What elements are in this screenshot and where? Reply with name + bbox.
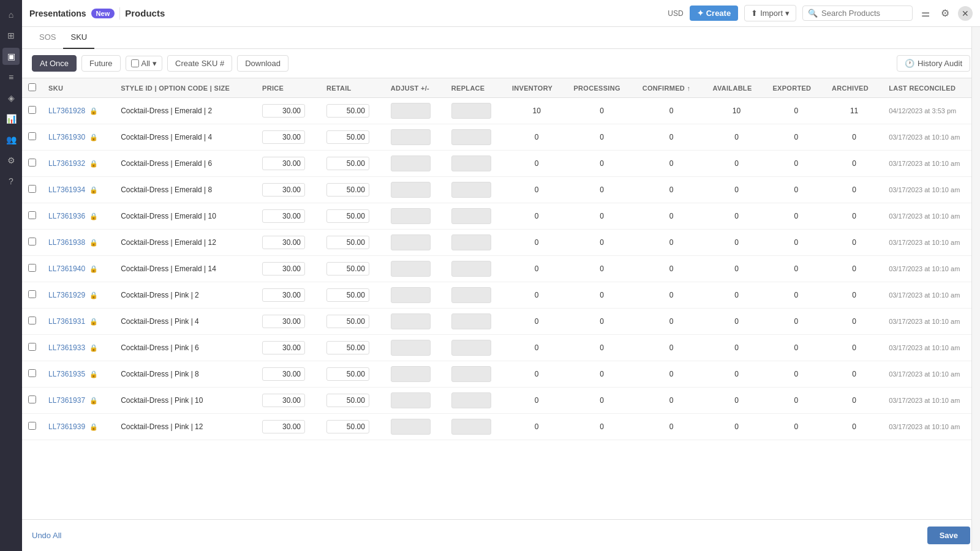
filter-icon-button[interactable]: ⚌ — [919, 5, 932, 21]
sidebar-home-icon[interactable]: ⌂ — [2, 6, 20, 23]
row-price — [256, 203, 320, 230]
retail-input[interactable] — [326, 367, 369, 381]
price-input[interactable] — [262, 420, 305, 433]
adjust-input[interactable] — [391, 156, 431, 171]
adjust-input[interactable] — [391, 182, 431, 198]
adjust-input[interactable] — [391, 287, 431, 303]
sidebar-people-icon[interactable]: 👥 — [2, 131, 20, 148]
sidebar-box-icon[interactable]: ▣ — [2, 48, 20, 65]
retail-input[interactable] — [326, 420, 369, 433]
row-checkbox[interactable] — [28, 290, 36, 298]
all-select[interactable]: All ▾ — [126, 56, 162, 71]
download-button[interactable]: Download — [237, 55, 288, 72]
retail-input[interactable] — [326, 315, 369, 328]
row-checkbox[interactable] — [28, 395, 36, 403]
price-input[interactable] — [262, 157, 305, 170]
row-style: Cocktail-Dress | Emerald | 8 — [115, 177, 256, 203]
sidebar-settings-icon[interactable]: ⚙ — [2, 152, 20, 169]
row-checkbox[interactable] — [28, 264, 36, 272]
row-checkbox[interactable] — [28, 369, 36, 377]
all-checkbox[interactable] — [131, 59, 139, 67]
retail-input[interactable] — [326, 130, 369, 144]
price-input[interactable] — [262, 315, 305, 328]
replace-input[interactable] — [451, 182, 491, 198]
retail-input[interactable] — [326, 394, 369, 407]
replace-input[interactable] — [451, 366, 491, 382]
currency-badge: USD — [668, 9, 683, 18]
save-button[interactable]: Save — [927, 527, 970, 544]
tab-sos[interactable]: SOS — [32, 27, 63, 49]
new-badge[interactable]: New — [91, 9, 115, 18]
replace-input[interactable] — [451, 340, 491, 356]
retail-input[interactable] — [326, 262, 369, 276]
price-input[interactable] — [262, 367, 305, 381]
price-input[interactable] — [262, 104, 305, 118]
search-input[interactable] — [821, 9, 907, 18]
replace-input[interactable] — [451, 261, 491, 277]
sidebar-help-icon[interactable]: ? — [2, 173, 20, 190]
row-checkbox[interactable] — [28, 159, 36, 167]
adjust-input[interactable] — [391, 103, 431, 119]
price-input[interactable] — [262, 394, 305, 407]
row-checkbox[interactable] — [28, 343, 36, 351]
retail-input[interactable] — [326, 183, 369, 197]
price-input[interactable] — [262, 209, 305, 223]
retail-input[interactable] — [326, 341, 369, 354]
adjust-input[interactable] — [391, 261, 431, 277]
history-audit-button[interactable]: 🕐 History Audit — [897, 55, 970, 72]
row-checkbox[interactable] — [28, 238, 36, 246]
price-input[interactable] — [262, 288, 305, 302]
adjust-input[interactable] — [391, 129, 431, 145]
row-checkbox[interactable] — [28, 211, 36, 219]
row-checkbox[interactable] — [28, 132, 36, 140]
row-checkbox[interactable] — [28, 317, 36, 324]
retail-input[interactable] — [326, 157, 369, 170]
sidebar-list-icon[interactable]: ≡ — [2, 69, 20, 86]
replace-input[interactable] — [451, 392, 491, 408]
replace-input[interactable] — [451, 234, 491, 250]
retail-input[interactable] — [326, 209, 369, 223]
create-button[interactable]: ✦ Create — [690, 6, 738, 21]
adjust-input[interactable] — [391, 392, 431, 408]
retail-input[interactable] — [326, 288, 369, 302]
replace-input[interactable] — [451, 208, 491, 224]
replace-input[interactable] — [451, 313, 491, 329]
retail-input[interactable] — [326, 236, 369, 249]
undo-all-button[interactable]: Undo All — [32, 531, 61, 540]
future-button[interactable]: Future — [81, 55, 121, 72]
sidebar-chart-icon[interactable]: 📊 — [2, 110, 20, 127]
create-sku-button[interactable]: Create SKU # — [167, 55, 232, 72]
sidebar-grid-icon[interactable]: ⊞ — [2, 27, 20, 44]
lock-icon: 🔒 — [89, 423, 98, 430]
adjust-input[interactable] — [391, 208, 431, 224]
adjust-input[interactable] — [391, 234, 431, 250]
row-confirmed: 0 — [636, 124, 707, 151]
row-checkbox-cell — [22, 388, 42, 414]
adjust-input[interactable] — [391, 313, 431, 329]
replace-input[interactable] — [451, 103, 491, 119]
retail-input[interactable] — [326, 104, 369, 118]
row-checkbox[interactable] — [28, 422, 36, 430]
replace-input[interactable] — [451, 156, 491, 171]
price-input[interactable] — [262, 236, 305, 249]
close-button[interactable]: ✕ — [958, 6, 973, 21]
adjust-input[interactable] — [391, 340, 431, 356]
price-input[interactable] — [262, 341, 305, 354]
price-input[interactable] — [262, 183, 305, 197]
adjust-input[interactable] — [391, 419, 431, 435]
replace-input[interactable] — [451, 129, 491, 145]
sidebar-tag-icon[interactable]: ◈ — [2, 89, 20, 107]
settings-icon-button[interactable]: ⚙ — [938, 5, 952, 21]
row-checkbox[interactable] — [28, 106, 36, 114]
price-input[interactable] — [262, 130, 305, 144]
price-input[interactable] — [262, 262, 305, 276]
row-checkbox[interactable] — [28, 185, 36, 193]
select-all-checkbox[interactable] — [28, 83, 36, 91]
adjust-input[interactable] — [391, 366, 431, 382]
replace-input[interactable] — [451, 287, 491, 303]
tab-sku[interactable]: SKU — [63, 27, 94, 49]
row-reconciled: 03/17/2023 at 10:10 am — [883, 335, 980, 361]
replace-input[interactable] — [451, 419, 491, 435]
import-button[interactable]: ⬆ Import ▾ — [744, 5, 796, 21]
at-once-button[interactable]: At Once — [32, 55, 77, 72]
